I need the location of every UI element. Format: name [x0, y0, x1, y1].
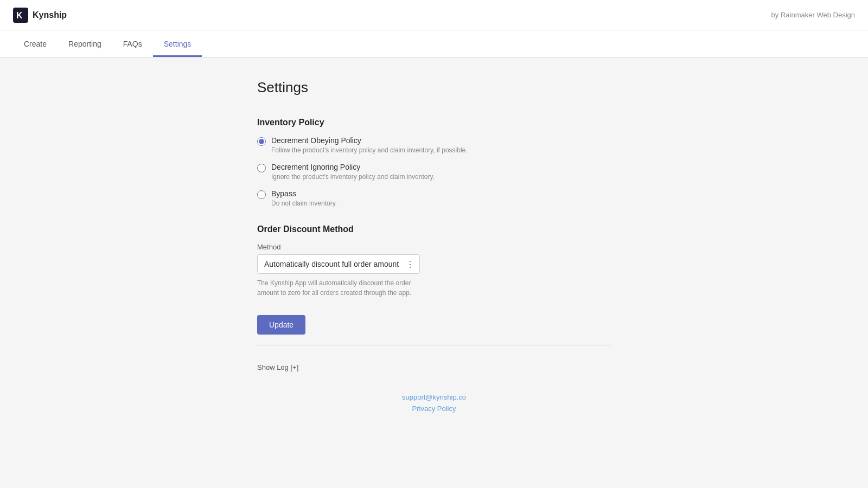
- logo-area: K Kynship: [13, 8, 67, 23]
- privacy-policy-link[interactable]: Privacy Policy: [412, 404, 456, 413]
- top-bar: K Kynship by Rainmaker Web Design: [0, 0, 868, 30]
- tab-faqs[interactable]: FAQs: [112, 33, 153, 57]
- show-log[interactable]: Show Log [+]: [257, 363, 611, 371]
- radio-label-text-obeying: Decrement Obeying Policy: [271, 136, 468, 145]
- tab-create[interactable]: Create: [13, 33, 58, 57]
- radio-label-bypass[interactable]: Bypass Do not claim inventory.: [271, 189, 337, 207]
- method-description: The Kynship App will automatically disco…: [257, 278, 420, 298]
- tab-settings[interactable]: Settings: [153, 33, 202, 57]
- radio-label-decrement-ignoring[interactable]: Decrement Ignoring Policy Ignore the pro…: [271, 163, 435, 181]
- radio-option-decrement-ignoring: Decrement Ignoring Policy Ignore the pro…: [257, 163, 611, 181]
- method-label: Method: [257, 243, 611, 251]
- logo-text: Kynship: [33, 10, 67, 20]
- radio-label-decrement-obeying[interactable]: Decrement Obeying Policy Follow the prod…: [271, 136, 468, 154]
- svg-text:K: K: [16, 11, 23, 20]
- radio-decrement-obeying[interactable]: [257, 137, 266, 146]
- radio-label-text-bypass: Bypass: [271, 189, 337, 198]
- inventory-policy-section: Inventory Policy Decrement Obeying Polic…: [257, 118, 611, 207]
- method-select[interactable]: Automatically discount full order amount…: [257, 254, 420, 274]
- divider: [257, 345, 611, 346]
- update-button[interactable]: Update: [257, 315, 305, 335]
- order-discount-section: Order Discount Method Method Automatical…: [257, 224, 611, 298]
- kynship-logo-icon: K: [13, 8, 28, 23]
- radio-option-bypass: Bypass Do not claim inventory.: [257, 189, 611, 207]
- inventory-policy-title: Inventory Policy: [257, 118, 611, 127]
- radio-decrement-ignoring[interactable]: [257, 164, 266, 172]
- nav-bar: Create Reporting FAQs Settings: [0, 30, 868, 57]
- tab-reporting[interactable]: Reporting: [58, 33, 112, 57]
- radio-bypass[interactable]: [257, 190, 266, 199]
- radio-label-desc-obeying: Follow the product's inventory policy an…: [271, 146, 468, 154]
- radio-option-decrement-obeying: Decrement Obeying Policy Follow the prod…: [257, 136, 611, 154]
- footer: support@kynship.co Privacy Policy: [257, 371, 611, 423]
- page-title: Settings: [257, 79, 611, 96]
- support-email-link[interactable]: support@kynship.co: [402, 393, 466, 401]
- radio-label-text-ignoring: Decrement Ignoring Policy: [271, 163, 435, 171]
- order-discount-title: Order Discount Method: [257, 224, 611, 234]
- inventory-radio-group: Decrement Obeying Policy Follow the prod…: [257, 136, 611, 207]
- radio-label-desc-bypass: Do not claim inventory.: [271, 200, 337, 207]
- by-text: by Rainmaker Web Design: [771, 11, 855, 19]
- method-select-wrapper: Automatically discount full order amount…: [257, 254, 420, 274]
- main-content: Settings Inventory Policy Decrement Obey…: [244, 57, 624, 456]
- radio-label-desc-ignoring: Ignore the product's inventory policy an…: [271, 173, 435, 181]
